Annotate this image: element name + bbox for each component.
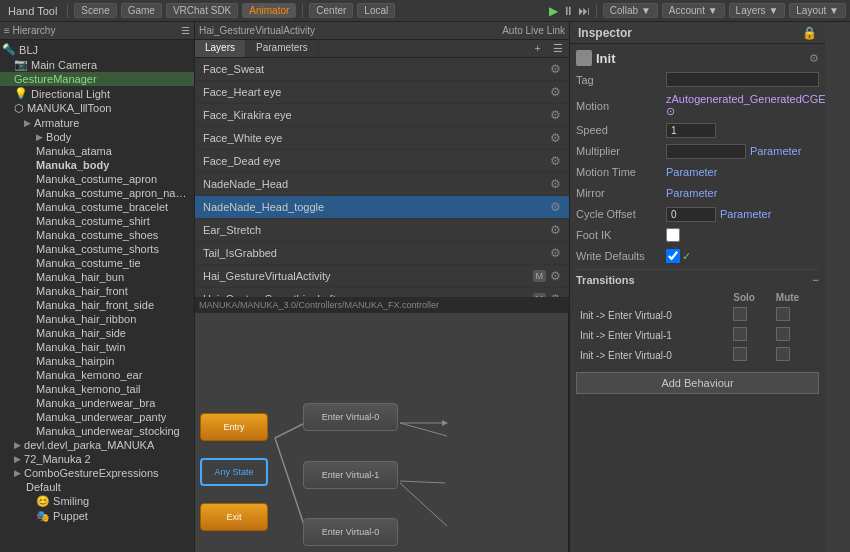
center-btn[interactable]: Center <box>309 3 353 18</box>
layer-nade-toggle[interactable]: NadeNade_Head_toggle ⚙ <box>195 196 569 219</box>
vrchat-sdk-btn[interactable]: VRChat SDK <box>166 3 238 18</box>
step-btn[interactable]: ⏭ <box>578 4 590 18</box>
layers-menu-btn[interactable]: ☰ <box>547 40 569 57</box>
h-item-25[interactable]: Manuka_underwear_bra <box>0 396 194 410</box>
layer-face-kirakira[interactable]: Face_Kirakira eye ⚙ <box>195 104 569 127</box>
trans-mute-0[interactable] <box>776 307 790 321</box>
h-item-22[interactable]: Manuka_hairpin <box>0 354 194 368</box>
h-item-10[interactable]: Manuka_costume_apron_na… <box>0 186 194 200</box>
layer-gear-0[interactable]: ⚙ <box>550 62 561 76</box>
h-item-30[interactable]: ▶ ComboGestureExpressions <box>0 466 194 480</box>
layout-btn[interactable]: Layout ▼ <box>789 3 846 18</box>
h-item-23[interactable]: Manuka_kemono_ear <box>0 368 194 382</box>
h-item-17[interactable]: Manuka_hair_front <box>0 284 194 298</box>
h-item-13[interactable]: Manuka_costume_shoes <box>0 228 194 242</box>
layer-gear-6[interactable]: ⚙ <box>550 200 561 214</box>
layer-face-white[interactable]: Face_White eye ⚙ <box>195 127 569 150</box>
h-item-19[interactable]: Manuka_hair_ribbon <box>0 312 194 326</box>
h-item-24[interactable]: Manuka_kemono_tail <box>0 382 194 396</box>
graph-node-entry[interactable]: Entry <box>200 413 268 441</box>
h-item-14[interactable]: Manuka_costume_shorts <box>0 242 194 256</box>
tab-parameters[interactable]: Parameters <box>246 40 319 57</box>
cycle-offset-input[interactable] <box>666 207 716 222</box>
layer-tail-grabbed[interactable]: Tail_IsGrabbed ⚙ <box>195 242 569 265</box>
collab-btn[interactable]: Collab ▼ <box>603 3 658 18</box>
trans-mute-1[interactable] <box>776 327 790 341</box>
h-item-29[interactable]: ▶ 72_Manuka 2 <box>0 452 194 466</box>
h-item-12[interactable]: Manuka_costume_shirt <box>0 214 194 228</box>
h-item-9[interactable]: Manuka_costume_apron <box>0 172 194 186</box>
h-item-31[interactable]: Default <box>0 480 194 494</box>
h-item-2[interactable]: GestureManager <box>0 72 194 86</box>
graph-node-enter-virt1[interactable]: Enter Virtual-1 <box>303 461 398 489</box>
account-btn[interactable]: Account ▼ <box>662 3 725 18</box>
layer-gear-1[interactable]: ⚙ <box>550 85 561 99</box>
layer-gear-4[interactable]: ⚙ <box>550 154 561 168</box>
trans-label-0[interactable]: Init -> Enter Virtual-0 <box>578 306 729 324</box>
h-item-4[interactable]: ⬡ MANUKA_lllToon <box>0 101 194 116</box>
hierarchy-menu-btn[interactable]: ☰ <box>181 25 190 36</box>
graph-node-any[interactable]: Any State <box>200 458 268 486</box>
layers-btn[interactable]: Layers ▼ <box>729 3 786 18</box>
trans-solo-0[interactable] <box>733 307 747 321</box>
layer-gear-2[interactable]: ⚙ <box>550 108 561 122</box>
layer-face-sweat[interactable]: Face_Sweat ⚙ <box>195 58 569 81</box>
h-item-28[interactable]: ▶ devl.devl_parka_MANUKA <box>0 438 194 452</box>
h-item-32[interactable]: 😊 Smiling <box>0 494 194 509</box>
auto-live-link-btn[interactable]: Auto Live Link <box>502 25 565 36</box>
layer-gear-7[interactable]: ⚙ <box>550 223 561 237</box>
layer-face-heart[interactable]: Face_Heart eye ⚙ <box>195 81 569 104</box>
graph-node-enter-virt0b[interactable]: Enter Virtual-0 <box>303 518 398 546</box>
layer-hai-smooth-left[interactable]: Hai_GestureSmoothingLeft M ⚙ <box>195 288 569 297</box>
trans-label-1[interactable]: Init -> Enter Virtual-1 <box>578 326 729 344</box>
animator-btn[interactable]: Animator <box>242 3 296 18</box>
h-item-1[interactable]: 📷 Main Camera <box>0 57 194 72</box>
trans-label-2[interactable]: Init -> Enter Virtual-0 <box>578 346 729 364</box>
h-item-3[interactable]: 💡 Directional Light <box>0 86 194 101</box>
tag-input[interactable] <box>666 72 819 87</box>
layer-face-dead[interactable]: Face_Dead eye ⚙ <box>195 150 569 173</box>
pause-btn[interactable]: ⏸ <box>562 4 574 18</box>
h-item-27[interactable]: Manuka_underwear_stocking <box>0 424 194 438</box>
h-item-6[interactable]: ▶ Body <box>0 130 194 144</box>
h-item-20[interactable]: Manuka_hair_side <box>0 326 194 340</box>
init-settings-btn[interactable]: ⚙ <box>809 52 819 65</box>
graph-node-exit[interactable]: Exit <box>200 503 268 531</box>
play-btn[interactable]: ▶ <box>549 4 558 18</box>
foot-ik-checkbox[interactable] <box>666 228 680 242</box>
layer-gear-8[interactable]: ⚙ <box>550 246 561 260</box>
layer-hai-gesture[interactable]: Hai_GestureVirtualActivity M ⚙ <box>195 265 569 288</box>
h-item-15[interactable]: Manuka_costume_tie <box>0 256 194 270</box>
layer-gear-9[interactable]: ⚙ <box>550 269 561 283</box>
trans-solo-1[interactable] <box>733 327 747 341</box>
multiplier-input[interactable] <box>666 144 746 159</box>
layers-add-btn[interactable]: + <box>529 40 547 57</box>
local-btn[interactable]: Local <box>357 3 395 18</box>
speed-input[interactable] <box>666 123 716 138</box>
inspector-lock-btn[interactable]: 🔒 <box>802 26 817 40</box>
h-item-5[interactable]: ▶ Armature <box>0 116 194 130</box>
h-item-0[interactable]: 🔦 BLJ <box>0 42 194 57</box>
trans-mute-2[interactable] <box>776 347 790 361</box>
game-btn[interactable]: Game <box>121 3 162 18</box>
h-item-21[interactable]: Manuka_hair_twin <box>0 340 194 354</box>
add-behaviour-btn[interactable]: Add Behaviour <box>576 372 819 394</box>
graph-node-enter-virt0a[interactable]: Enter Virtual-0 <box>303 403 398 431</box>
tab-layers[interactable]: Layers <box>195 40 246 57</box>
transitions-minus-btn[interactable]: − <box>813 274 819 286</box>
hierarchy-header: ≡ Hierarchy ☰ <box>0 22 194 40</box>
h-item-18[interactable]: Manuka_hair_front_side <box>0 298 194 312</box>
layer-gear-3[interactable]: ⚙ <box>550 131 561 145</box>
trans-solo-2[interactable] <box>733 347 747 361</box>
h-item-26[interactable]: Manuka_underwear_panty <box>0 410 194 424</box>
layer-ear-stretch[interactable]: Ear_Stretch ⚙ <box>195 219 569 242</box>
h-item-8[interactable]: Manuka_body <box>0 158 194 172</box>
layer-gear-5[interactable]: ⚙ <box>550 177 561 191</box>
scene-btn[interactable]: Scene <box>74 3 116 18</box>
layer-nade-head[interactable]: NadeNade_Head ⚙ <box>195 173 569 196</box>
h-item-33[interactable]: 🎭 Puppet <box>0 509 194 524</box>
h-item-7[interactable]: Manuka_atama <box>0 144 194 158</box>
write-defaults-checkbox[interactable] <box>666 249 680 263</box>
h-item-11[interactable]: Manuka_costume_bracelet <box>0 200 194 214</box>
h-item-16[interactable]: Manuka_hair_bun <box>0 270 194 284</box>
